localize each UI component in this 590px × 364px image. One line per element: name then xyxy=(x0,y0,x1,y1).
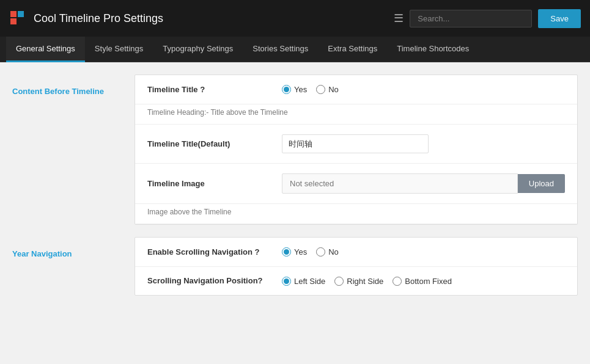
tab-extra-settings[interactable]: Extra Settings xyxy=(318,37,387,62)
tab-typography-settings[interactable]: Typography Setings xyxy=(153,37,243,62)
menu-icon[interactable]: ☰ xyxy=(394,12,404,25)
main-content: Content Before Timeline Timeline Title ?… xyxy=(0,62,590,320)
header-right: ☰ Save xyxy=(394,9,581,28)
scrolling-position-radios: Left Side Right Side Bottom Fixed xyxy=(282,277,452,286)
enable-scrolling-no-radio[interactable] xyxy=(316,247,325,257)
year-navigation-section: Year Navigation Enable Scrolling Navigat… xyxy=(12,237,578,296)
timeline-title-question-row: Timeline Title ? Yes No xyxy=(135,75,577,104)
app-title: Cool Timeline Pro Settings xyxy=(34,12,163,25)
enable-scrolling-yes-label: Yes xyxy=(294,247,307,257)
timeline-title-yes-radio[interactable] xyxy=(282,85,291,94)
content-before-timeline-panel: Timeline Title ? Yes No Timeline Heading… xyxy=(135,75,578,225)
logo: Cool Timeline Pro Settings xyxy=(9,9,163,28)
timeline-title-no-radio[interactable] xyxy=(316,85,325,94)
timeline-title-no-option[interactable]: No xyxy=(316,85,339,94)
scrolling-position-bottom-option[interactable]: Bottom Fixed xyxy=(393,277,452,286)
timeline-title-default-input[interactable] xyxy=(282,134,429,153)
timeline-image-row: Timeline Image Upload xyxy=(135,164,577,204)
scrolling-position-bottom-label: Bottom Fixed xyxy=(405,277,452,286)
enable-scrolling-label: Enable Scrolling Navigation ? xyxy=(147,247,270,257)
section-label-year-nav: Year Navigation xyxy=(12,237,135,296)
tab-timeline-shortcodes[interactable]: Timeline Shortcodes xyxy=(387,37,479,62)
section-label-content: Content Before Timeline xyxy=(12,75,135,225)
timeline-title-q-radios: Yes No xyxy=(282,85,339,94)
timeline-image-field: Upload xyxy=(282,173,565,194)
svg-rect-1 xyxy=(18,11,24,17)
scrolling-position-left-radio[interactable] xyxy=(282,277,291,286)
timeline-image-input[interactable] xyxy=(282,173,518,194)
scrolling-position-left-label: Left Side xyxy=(294,277,325,286)
enable-scrolling-yes-option[interactable]: Yes xyxy=(282,247,307,257)
scrolling-position-row: Scrolling Navigation Position? Left Side… xyxy=(135,267,577,295)
search-input[interactable] xyxy=(410,10,532,27)
enable-scrolling-yes-radio[interactable] xyxy=(282,247,291,257)
timeline-title-no-label: No xyxy=(328,85,339,94)
enable-scrolling-row: Enable Scrolling Navigation ? Yes No xyxy=(135,238,577,267)
svg-rect-2 xyxy=(10,18,17,24)
timeline-title-default-label: Timeline Title(Default) xyxy=(147,139,270,148)
timeline-title-desc: Timeline Heading:- Title above the Timel… xyxy=(135,104,577,125)
year-navigation-panel: Enable Scrolling Navigation ? Yes No Scr… xyxy=(135,237,578,296)
scrolling-position-right-option[interactable]: Right Side xyxy=(334,277,383,286)
timeline-title-yes-label: Yes xyxy=(294,85,307,94)
enable-scrolling-radios: Yes No xyxy=(282,247,339,257)
svg-rect-0 xyxy=(10,11,17,17)
tab-style-settings[interactable]: Style Settings xyxy=(85,37,153,62)
scrolling-position-right-label: Right Side xyxy=(347,277,383,286)
tab-general-settings[interactable]: General Settings xyxy=(6,37,85,62)
nav-tabs: General Settings Style Settings Typograp… xyxy=(0,37,590,62)
timeline-title-default-row: Timeline Title(Default) xyxy=(135,125,577,164)
scrolling-position-label: Scrolling Navigation Position? xyxy=(147,275,270,286)
enable-scrolling-no-option[interactable]: No xyxy=(316,247,339,257)
timeline-image-label: Timeline Image xyxy=(147,179,270,188)
svg-rect-3 xyxy=(18,18,24,24)
timeline-image-desc: Image above the Timeline xyxy=(135,204,577,224)
scrolling-position-right-radio[interactable] xyxy=(334,277,344,286)
save-button[interactable]: Save xyxy=(538,9,581,28)
enable-scrolling-no-label: No xyxy=(328,247,339,257)
upload-button[interactable]: Upload xyxy=(518,174,565,193)
content-before-timeline-section: Content Before Timeline Timeline Title ?… xyxy=(12,75,578,225)
timeline-title-q-label: Timeline Title ? xyxy=(147,85,270,94)
tab-stories-settings[interactable]: Stories Settings xyxy=(243,37,318,62)
header: Cool Timeline Pro Settings ☰ Save xyxy=(0,0,590,37)
timeline-title-yes-option[interactable]: Yes xyxy=(282,85,307,94)
logo-icon xyxy=(9,9,29,28)
scrolling-position-left-option[interactable]: Left Side xyxy=(282,277,325,286)
scrolling-position-bottom-radio[interactable] xyxy=(393,277,402,286)
